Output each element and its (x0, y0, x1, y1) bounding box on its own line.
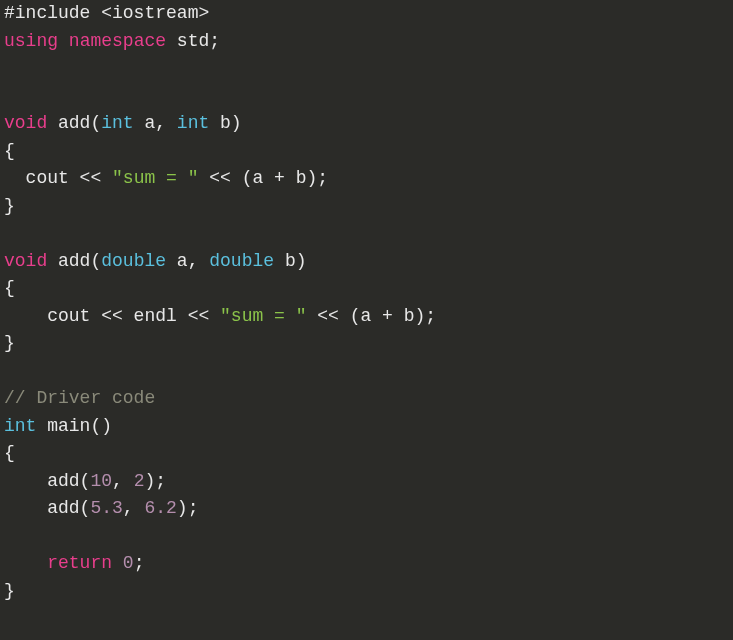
code-token: b) (274, 251, 306, 271)
code-token (58, 31, 69, 51)
code-line: } (4, 333, 15, 353)
code-line: add(10, 2); (4, 471, 166, 491)
code-token: main() (36, 416, 112, 436)
code-token: , (123, 498, 145, 518)
code-token: , (112, 471, 134, 491)
code-token: << (a + b); (198, 168, 328, 188)
code-token: ); (177, 498, 199, 518)
code-token: add( (47, 251, 101, 271)
code-token: return (47, 553, 112, 573)
code-line: int main() (4, 416, 112, 436)
code-token: 6.2 (144, 498, 176, 518)
code-token: double (101, 251, 166, 271)
code-line: } (4, 581, 15, 601)
code-token: 2 (134, 471, 145, 491)
code-line: using namespace std; (4, 31, 220, 51)
code-line: { (4, 141, 15, 161)
code-token (112, 553, 123, 573)
code-token: int (101, 113, 133, 133)
code-token: void (4, 251, 47, 271)
code-token: int (4, 416, 36, 436)
code-token: ); (144, 471, 166, 491)
code-line: cout << "sum = " << (a + b); (4, 168, 328, 188)
code-token (4, 553, 47, 573)
code-line: } (4, 196, 15, 216)
code-token: 10 (90, 471, 112, 491)
code-token: { (4, 141, 15, 161)
code-token: add( (47, 113, 101, 133)
code-token: { (4, 278, 15, 298)
code-token: // Driver code (4, 388, 155, 408)
code-line: cout << endl << "sum = " << (a + b); (4, 306, 436, 326)
code-token: a, (134, 113, 177, 133)
code-token: "sum = " (220, 306, 306, 326)
code-token: 0 (123, 553, 134, 573)
code-block: #include <iostream> using namespace std;… (0, 0, 733, 605)
code-token: } (4, 581, 15, 601)
code-token: int (177, 113, 209, 133)
code-line: #include <iostream> (4, 3, 209, 23)
code-token: cout << endl << (4, 306, 220, 326)
code-token: cout << (4, 168, 112, 188)
code-line: { (4, 443, 15, 463)
code-token: { (4, 443, 15, 463)
code-line: void add(double a, double b) (4, 251, 306, 271)
code-token: std; (166, 31, 220, 51)
code-token: 5.3 (90, 498, 122, 518)
code-token: add( (4, 498, 90, 518)
code-token: "sum = " (112, 168, 198, 188)
code-token: void (4, 113, 47, 133)
code-token: } (4, 196, 15, 216)
code-token: add( (4, 471, 90, 491)
code-line: return 0; (4, 553, 144, 573)
code-line: add(5.3, 6.2); (4, 498, 198, 518)
code-token: double (209, 251, 274, 271)
code-token: using (4, 31, 58, 51)
code-token: } (4, 333, 15, 353)
code-line: { (4, 278, 15, 298)
code-token: a, (166, 251, 209, 271)
code-token: b) (209, 113, 241, 133)
code-token: namespace (69, 31, 166, 51)
code-line: void add(int a, int b) (4, 113, 242, 133)
code-token: ; (134, 553, 145, 573)
code-token: << (a + b); (306, 306, 436, 326)
code-token: #include <iostream> (4, 3, 209, 23)
code-line: // Driver code (4, 388, 155, 408)
